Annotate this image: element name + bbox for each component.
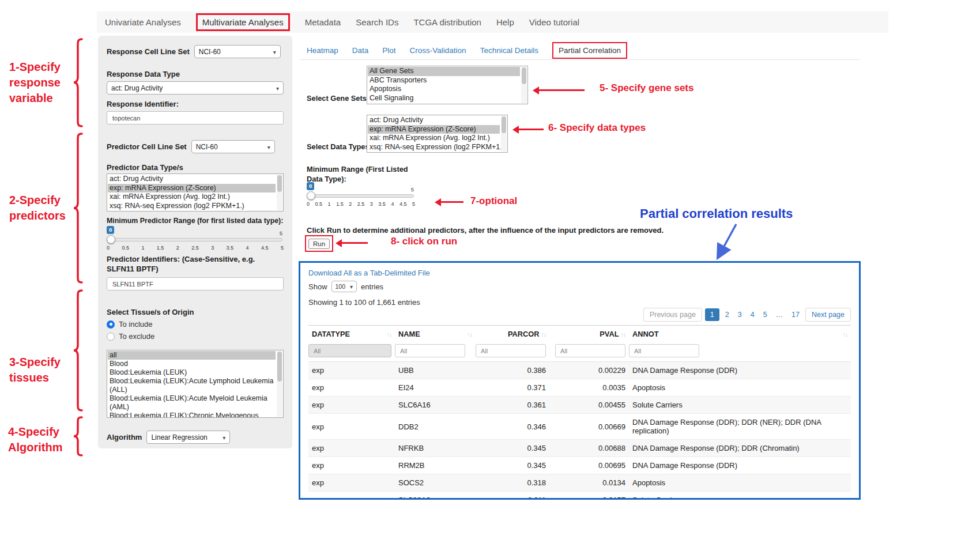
nav-item-metadata[interactable]: Metadata xyxy=(305,17,341,27)
scrollbar[interactable] xyxy=(521,67,527,103)
predictor-data-types-label: Predictor Data Type/s xyxy=(107,163,284,172)
download-tsv-link[interactable]: Download All as a Tab-Delimited File xyxy=(308,269,430,277)
filter-parcor-input[interactable] xyxy=(476,344,546,357)
scrollbar[interactable] xyxy=(277,351,282,417)
tab-technical-details[interactable]: Technical Details xyxy=(480,46,538,55)
scrollbar-thumb[interactable] xyxy=(522,67,526,84)
tick-label: 5 xyxy=(281,245,284,251)
pagination-page-1-active[interactable]: 1 xyxy=(705,308,719,321)
pagination-page[interactable]: 2 xyxy=(722,309,732,320)
algorithm-select[interactable]: Linear Regression xyxy=(146,431,230,444)
tick-label: 1.5 xyxy=(336,201,344,207)
listbox-option[interactable]: Blood xyxy=(108,360,276,368)
nav-item-help[interactable]: Help xyxy=(496,17,514,27)
cell-name: SOCS2 xyxy=(395,474,476,492)
listbox-option[interactable]: Blood:Leukemia (LEUK):Chronic Myelogenou… xyxy=(108,412,276,418)
slider-max-label: 5 xyxy=(411,186,414,193)
tick-label: 2.5 xyxy=(357,201,365,207)
radio-include-label: To include xyxy=(119,320,153,329)
predictor-identifiers-input[interactable] xyxy=(107,277,284,290)
tab-cross-validation[interactable]: Cross-Validation xyxy=(410,46,466,55)
annotation-step5: 5- Specify gene sets xyxy=(600,82,693,94)
column-header-pval[interactable]: PVAL xyxy=(549,326,629,343)
tick-label: 4.5 xyxy=(399,201,407,207)
filter-pval-input[interactable] xyxy=(555,344,625,357)
column-label: NAME xyxy=(398,330,420,338)
sort-icon xyxy=(387,331,392,338)
cell-annot: Solute Carriers xyxy=(629,397,851,414)
pagination-next-button[interactable]: Next page xyxy=(805,308,851,322)
slider-track[interactable] xyxy=(108,238,282,241)
response-data-type-select[interactable]: act: Drug Activity xyxy=(107,81,284,95)
tab-heatmap[interactable]: Heatmap xyxy=(307,46,338,55)
pagination-page[interactable]: 3 xyxy=(735,309,745,320)
column-header-annot[interactable]: ANNOT xyxy=(629,326,851,343)
listbox-option[interactable]: Cell Signaling xyxy=(368,94,520,103)
tick-label: 2 xyxy=(349,201,352,207)
cell-parcor: 0.345 xyxy=(476,457,549,474)
tick-label: 5 xyxy=(412,201,415,207)
listbox-option[interactable]: Blood:Leukemia (LEUK) xyxy=(108,368,276,377)
annotation-step6: 6- Specify data types xyxy=(548,122,646,134)
run-button[interactable]: Run xyxy=(308,239,330,249)
filter-annot-input[interactable] xyxy=(629,344,699,357)
radio-to-include[interactable]: To include xyxy=(107,320,284,329)
annotation-step4: 4-Specify Algorithm xyxy=(8,424,62,455)
nav-item-search-ids[interactable]: Search IDs xyxy=(356,17,398,27)
scrollbar-thumb[interactable] xyxy=(277,352,282,382)
listbox-option[interactable]: xai: mRNA Expression (Avg. log2 Int.) xyxy=(108,193,276,202)
filter-datatype-input[interactable] xyxy=(308,344,391,357)
sort-icon xyxy=(621,331,626,338)
tab-plot[interactable]: Plot xyxy=(382,46,395,55)
response-cell-line-set-select[interactable]: NCI-60 xyxy=(194,45,281,58)
predictor-cell-line-set-select[interactable]: NCI-60 xyxy=(191,140,275,153)
slider-handle[interactable] xyxy=(107,235,115,244)
algorithm-row: Algorithm Linear Regression xyxy=(107,431,284,444)
pagination-page[interactable]: 4 xyxy=(748,309,757,320)
scrollbar[interactable] xyxy=(501,116,507,152)
brace-step2 xyxy=(73,133,84,285)
pagination-page[interactable]: 17 xyxy=(789,309,802,320)
listbox-option[interactable]: xsq: RNA-seq Expression (log2 FPKM+1.) xyxy=(108,202,276,211)
sidebar-panel: Response Cell Line Set NCI-60 Response D… xyxy=(98,36,292,448)
slider-handle[interactable] xyxy=(307,191,315,200)
cell-parcor: 0.311 xyxy=(476,492,549,500)
radio-selected-icon xyxy=(107,320,115,329)
nav-item-multivariate-analyses[interactable]: Multivariate Analyses xyxy=(196,13,290,31)
cell-parcor: 0.346 xyxy=(476,414,549,440)
nav-item-video-tutorial[interactable]: Video tutorial xyxy=(529,17,579,27)
listbox-option[interactable]: act: Drug Activity xyxy=(108,175,276,184)
listbox-option[interactable]: xsq: RNA-seq Expression (log2 FPKM+1.) xyxy=(368,143,500,152)
listbox-option-selected[interactable]: All Gene Sets xyxy=(368,67,520,76)
column-label: PVAL xyxy=(600,330,619,338)
listbox-option[interactable]: Apoptosis xyxy=(368,85,520,94)
listbox-option[interactable]: ABC Transporters xyxy=(368,76,520,85)
listbox-option[interactable]: Blood:Leukemia (LEUK):Acute Myeloid Leuk… xyxy=(108,394,276,412)
listbox-option[interactable]: act: Drug Activity xyxy=(368,116,500,125)
response-identifier-input[interactable] xyxy=(107,111,284,124)
tab-data[interactable]: Data xyxy=(352,46,369,55)
column-label: PARCOR xyxy=(508,330,540,338)
listbox-option-selected[interactable]: exp: mRNA Expression (Z-Score) xyxy=(108,184,276,193)
radio-to-exclude[interactable]: To exclude xyxy=(107,332,284,341)
column-header-name[interactable]: NAME xyxy=(395,326,476,343)
column-header-parcor[interactable]: PARCOR xyxy=(476,326,549,343)
listbox-option[interactable]: Blood:Leukemia (LEUK):Acute Lymphoid Leu… xyxy=(108,377,276,394)
nav-item-univariate-analyses[interactable]: Univariate Analyses xyxy=(105,17,181,27)
tab-partial-correlation[interactable]: Partial Correlation xyxy=(552,42,627,59)
slider-track[interactable] xyxy=(308,194,414,198)
scrollbar-thumb[interactable] xyxy=(502,116,506,133)
listbox-option-selected[interactable]: exp: mRNA Expression (Z-Score) xyxy=(368,125,500,134)
column-header-datatype[interactable]: DATATYPE xyxy=(308,326,395,343)
filter-name-input[interactable] xyxy=(395,344,465,357)
pagination-page[interactable]: 5 xyxy=(760,309,770,320)
scrollbar-thumb[interactable] xyxy=(277,175,282,192)
listbox-option-selected[interactable]: all xyxy=(108,351,276,360)
page-size-select[interactable]: 100 xyxy=(331,281,357,292)
cell-annot: Apoptosis xyxy=(629,474,851,492)
pagination-previous-button[interactable]: Previous page xyxy=(643,308,702,322)
scrollbar[interactable] xyxy=(277,175,282,210)
listbox-option[interactable]: xai: mRNA Expression (Avg. log2 Int.) xyxy=(368,134,500,143)
cell-parcor: 0.318 xyxy=(476,474,549,492)
nav-item-tcga-distribution[interactable]: TCGA distribution xyxy=(413,17,481,27)
